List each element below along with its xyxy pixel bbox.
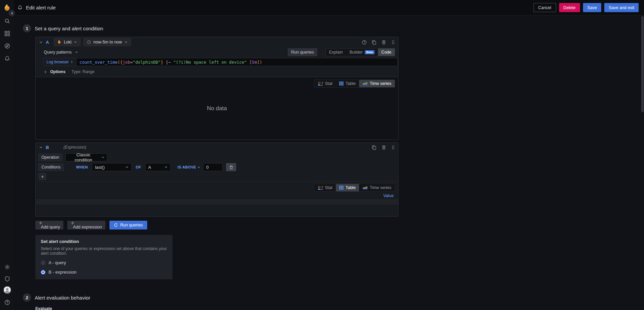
drag-handle[interactable] — [391, 145, 395, 150]
evaluator-select[interactable]: IS ABOVE — [178, 165, 200, 169]
query-actions-row: Add query Add expression Run queries — [35, 221, 644, 229]
when-function-value: last() — [95, 165, 105, 170]
avatar-icon — [4, 286, 11, 293]
query-code[interactable]: count_over_time({job="dolphinDB"} |~ "(?… — [76, 58, 265, 66]
when-function-select[interactable]: last() — [92, 163, 132, 171]
run-queries-top-button[interactable]: Run queries — [288, 48, 317, 56]
run-queries-button[interactable]: Run queries — [109, 221, 147, 229]
save-and-exit-button[interactable]: Save and exit — [604, 3, 639, 12]
time-range-picker[interactable]: now-5m to now — [84, 38, 131, 46]
cancel-button[interactable]: Cancel — [534, 3, 556, 12]
expression-type-label: (Expression) — [63, 145, 86, 150]
sidebar-item-admin[interactable] — [0, 274, 14, 284]
alert-condition-description: Select one of your queries or expression… — [41, 246, 167, 256]
help-circle-icon — [4, 300, 10, 305]
trash-icon — [381, 40, 386, 45]
sidebar-item-profile[interactable] — [0, 285, 14, 295]
loki-icon — [57, 40, 61, 44]
add-query-button[interactable]: Add query — [35, 221, 63, 229]
scrollbar[interactable] — [641, 16, 644, 112]
add-condition-button[interactable]: + — [39, 173, 46, 180]
chevron-down-icon — [75, 51, 78, 54]
of-keyword: OF — [136, 165, 141, 169]
sidebar-item-dashboards[interactable] — [0, 28, 14, 38]
chevron-right-icon — [44, 70, 47, 73]
expression-b-refid: B — [46, 145, 49, 150]
save-button[interactable]: Save — [583, 3, 602, 12]
shield-icon — [4, 276, 10, 282]
plus-icon — [39, 221, 60, 225]
sidebar-expand-button[interactable] — [9, 10, 15, 16]
of-query-value: A — [148, 165, 151, 170]
step2-title: Alert evaluation behavior — [35, 295, 90, 301]
log-browser-label: Log browser — [46, 60, 69, 64]
nav-sidebar — [0, 0, 14, 310]
mode-builder[interactable]: Builder Beta — [346, 49, 378, 56]
viz-timeseries-button[interactable]: Time series — [359, 184, 395, 191]
gear-icon — [4, 264, 10, 270]
sidebar-item-help[interactable] — [0, 297, 14, 307]
operation-select[interactable]: Classic condition — [65, 153, 107, 161]
trash-icon — [381, 145, 386, 150]
remove-condition-button[interactable] — [226, 163, 236, 171]
radio-option-a-query[interactable]: A - query — [41, 260, 167, 265]
beta-badge: Beta — [365, 50, 375, 54]
expression-panel-b: B (Expression) Operation — [35, 143, 398, 217]
chevron-down-icon[interactable] — [39, 146, 43, 149]
chevron-down-icon[interactable] — [39, 40, 43, 44]
radio-selected-icon — [41, 270, 45, 275]
mode-code[interactable]: Code — [378, 49, 395, 56]
sidebar-item-alerting[interactable] — [0, 53, 14, 63]
duplicate-expression-button[interactable] — [372, 145, 377, 150]
drag-dots-icon — [391, 145, 395, 150]
expression-b-actions — [372, 145, 395, 150]
query-patterns-label: Query patterns — [44, 50, 72, 55]
remove-expression-button[interactable] — [381, 145, 386, 150]
viz-table-button[interactable]: Table — [336, 184, 359, 191]
chevron-right-icon — [10, 12, 13, 15]
time-series-icon — [362, 186, 368, 190]
conditions-label: Conditions — [38, 163, 64, 171]
stat-icon: 12.4 — [318, 186, 323, 190]
radio-unselected-icon — [41, 260, 45, 265]
query-options-row[interactable]: Options Type: Range — [36, 67, 398, 77]
sidebar-item-settings[interactable] — [0, 262, 14, 272]
header-actions: Cancel Delete Save Save and exit — [534, 3, 639, 12]
operation-label: Operation — [38, 153, 63, 161]
datasource-name: Loki — [64, 40, 71, 44]
radio-option-b-expression[interactable]: B - expression — [41, 270, 167, 275]
alert-rule-bell-icon — [18, 5, 23, 10]
viz-stat-button[interactable]: 12.4 Stat — [314, 184, 336, 191]
query-a-refid: A — [46, 40, 49, 45]
query-help-button[interactable] — [362, 40, 367, 45]
drag-dots-icon — [391, 40, 395, 45]
query-a-preview: 12.4 Stat Table Time series No data — [36, 77, 398, 140]
chevron-right-icon — [70, 61, 73, 63]
svg-text:12.4: 12.4 — [318, 186, 323, 188]
sidebar-item-search[interactable] — [0, 16, 14, 26]
time-range-value: now-5m to now — [93, 40, 122, 44]
refresh-icon — [114, 223, 118, 227]
drag-handle[interactable] — [391, 40, 395, 45]
expression-b-body: Operation Classic condition Conditions W… — [36, 152, 398, 216]
query-patterns-dropdown[interactable]: Query patterns — [44, 50, 78, 55]
trash-icon — [229, 165, 233, 169]
viz-toggle-b: 12.4 Stat Table Time series — [314, 184, 395, 192]
add-expression-button[interactable]: Add expression — [67, 221, 105, 229]
remove-query-button[interactable] — [381, 40, 386, 45]
mode-explain[interactable]: Explain — [326, 49, 346, 56]
table-column-value[interactable]: Value — [39, 192, 395, 199]
threshold-input[interactable] — [203, 163, 223, 171]
compass-icon — [4, 43, 10, 49]
log-browser-button[interactable]: Log browser — [43, 58, 76, 66]
duplicate-query-button[interactable] — [372, 40, 377, 45]
alert-condition-title: Set alert condition — [41, 239, 167, 244]
radio-label: A - query — [49, 260, 66, 265]
sidebar-item-explore[interactable] — [0, 41, 14, 51]
datasource-picker[interactable]: Loki — [54, 38, 80, 46]
expression-b-preview: 12.4 Stat Table Time series Value — [36, 181, 398, 216]
search-icon — [4, 18, 10, 24]
viz-stat-label: Stat — [325, 185, 332, 190]
of-query-select[interactable]: A — [145, 163, 171, 171]
delete-button[interactable]: Delete — [559, 3, 580, 12]
